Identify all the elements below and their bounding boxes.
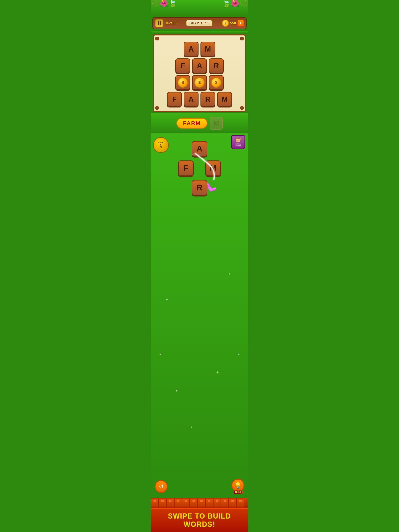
chapter-text: CHAPTER 1 [190, 21, 209, 25]
bottom-banner: SWIPE TO BUILD WORDS! [151, 508, 248, 532]
fence-post [174, 498, 182, 508]
top-bar: level 5 CHAPTER 1 $ 550 + [152, 17, 247, 29]
board-corner-tr [240, 37, 244, 40]
fence-row [151, 498, 248, 508]
coin-img-2: $ [194, 77, 205, 88]
fence-post [198, 498, 205, 508]
coin-tile-2: $ [192, 75, 207, 90]
ghost-tile: M [210, 117, 223, 130]
tile-row-2: F A R [175, 58, 224, 73]
hint-button-container[interactable]: 💡 🪙 50 [232, 479, 244, 494]
coin-tile-1: $ [175, 75, 190, 90]
star-deco-1: ✦ [165, 297, 168, 302]
flower-left: 🌿🌺🍃 [151, 0, 177, 7]
coin-tile-3: $ [209, 75, 224, 90]
current-word-badge: FARM [176, 118, 207, 129]
star-deco-5: ✦ [190, 425, 193, 429]
tile-row-coins: $ $ $ [175, 75, 224, 90]
word-display-area: FARM M [153, 117, 246, 130]
tiles-area: A M F A R $ $ $ [156, 42, 243, 107]
ghost-letter: M [213, 120, 219, 127]
star-deco-2: ✦ [228, 272, 231, 276]
grass-row-mid: F M [178, 160, 221, 176]
pause-icon [158, 21, 161, 25]
coin-icon: $ [222, 20, 229, 27]
tile-F-2[interactable]: F [167, 92, 182, 107]
word-display-bar: FARM M [151, 113, 248, 133]
tile-M-1[interactable]: M [200, 42, 215, 57]
hint-cost-value: 50 [238, 491, 241, 493]
fence-post [151, 498, 159, 508]
grass-strip-top [151, 31, 248, 33]
board-corner-br [240, 106, 244, 110]
tile-A-2[interactable]: A [192, 58, 207, 73]
fence-post [159, 498, 166, 508]
grass-tile-M[interactable]: M [205, 160, 221, 176]
grass-tile-R[interactable]: R [192, 180, 207, 196]
grass-row-top: A [192, 141, 207, 157]
chapter-badge: CHAPTER 1 [186, 20, 213, 27]
coins-area: $ 550 + [222, 20, 244, 27]
grass-tiles: A F M R [153, 141, 246, 196]
fence-post [229, 498, 237, 508]
flower-right: 🍃🌺🌿 [222, 0, 248, 7]
pause-button[interactable] [155, 19, 163, 27]
star-deco-7: ★ [159, 352, 162, 356]
fence-post [190, 498, 198, 508]
tile-R-1[interactable]: R [209, 58, 224, 73]
bottom-buttons: ↺ 💡 🪙 50 [151, 477, 248, 496]
grass-row-bottom: R [192, 180, 207, 196]
hint-cost-badge: 🪙 50 [233, 490, 243, 494]
star-deco-3: ✦ [175, 389, 178, 393]
tile-row-1: A M [184, 42, 215, 57]
tile-R-2[interactable]: R [200, 92, 215, 107]
refresh-button[interactable]: ↺ [155, 480, 167, 493]
tile-A-3[interactable]: A [184, 92, 199, 107]
hint-button[interactable]: 💡 [232, 479, 244, 492]
grass-tile-F[interactable]: F [178, 160, 194, 176]
tile-row-4: F A R M [167, 92, 232, 107]
grass-tile-A[interactable]: A [192, 141, 207, 157]
fence-post [205, 498, 213, 508]
coin-img-1: $ [178, 77, 188, 88]
fence-post [182, 498, 190, 508]
coins-count: 550 [230, 21, 236, 25]
star-deco-4: ✦ [216, 370, 219, 375]
fence-post [166, 498, 174, 508]
game-container: 🌿🌺🍃 🍃🌺🌿 level 5 CHAPTER 1 $ 550 + [151, 0, 248, 532]
board-corner-tl [155, 37, 159, 40]
tile-A-1[interactable]: A [184, 42, 199, 57]
add-coins-button[interactable]: + [237, 20, 244, 27]
grass-play-area: FREE ▶ Ad 🧺 EXTRA WORDS ✦ ✦ ✦ ✦ ✦ ★ ★ [151, 133, 248, 498]
level-label: level 5 [166, 21, 176, 25]
fence-post [213, 498, 221, 508]
tile-M-2[interactable]: M [217, 92, 232, 107]
board-corner-bl [155, 106, 159, 110]
fence-post [221, 498, 229, 508]
puzzle-board: A M F A R $ $ $ [153, 34, 246, 112]
star-deco-6: ★ [237, 352, 240, 356]
fence-post [237, 498, 244, 508]
tile-F-1[interactable]: F [175, 58, 190, 73]
banner-text: SWIPE TO BUILD WORDS! [153, 512, 246, 528]
top-green-strip: 🌿🌺🍃 🍃🌺🌿 [151, 0, 248, 16]
coin-img-3: $ [211, 77, 221, 88]
